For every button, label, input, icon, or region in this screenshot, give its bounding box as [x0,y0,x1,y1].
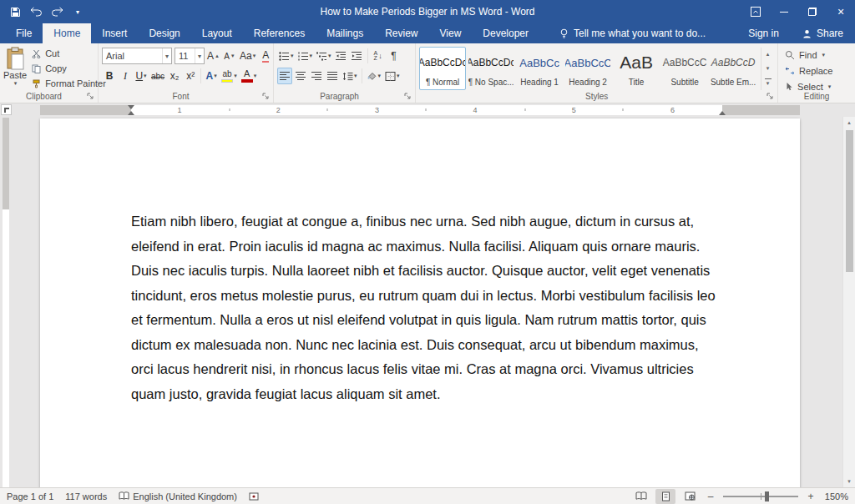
restore-icon[interactable] [798,0,827,23]
tab-references[interactable]: References [243,23,316,43]
zoom-in-button[interactable]: + [804,490,817,503]
clipboard-dialog-launcher-icon[interactable] [86,92,95,101]
customize-quick-access-icon[interactable]: ▾ [68,2,88,22]
tab-developer[interactable]: Developer [472,23,539,43]
tab-home[interactable]: Home [43,23,91,43]
scroll-up-icon[interactable]: ▴ [843,117,855,129]
minimize-icon[interactable] [770,0,798,23]
show-paragraph-marks-button[interactable]: ¶ [387,48,402,64]
format-painter-button[interactable]: Format Painter [28,76,109,91]
clipboard-commands: Cut Copy Format Painter [28,46,109,91]
close-icon[interactable]: × [827,0,855,23]
tab-file[interactable]: File [5,23,43,43]
paste-dropdown-icon[interactable]: ▾ [14,80,18,87]
paste-button[interactable]: Paste ▾ [3,46,27,87]
style-title[interactable]: AaB Title [613,47,660,90]
style-no-spacing[interactable]: AaBbCcDc ¶ No Spac... [468,47,514,90]
underline-button[interactable]: U▾ [134,68,149,84]
vertical-ruler[interactable] [1,117,11,487]
page-indicator[interactable]: Page 1 of 1 [7,491,53,501]
copy-button[interactable]: Copy [28,61,109,76]
borders-button[interactable]: ▾ [383,68,402,84]
undo-icon[interactable] [26,2,46,22]
font-size-dropdown-icon[interactable]: ▾ [195,48,204,63]
styles-more-icon[interactable]: ▾ [761,76,774,90]
text-effects-button[interactable]: A▾ [204,68,219,84]
save-icon[interactable] [5,2,25,22]
first-line-indent-marker[interactable] [128,105,134,109]
justify-button[interactable] [325,68,340,84]
find-button[interactable]: Find ▾ [782,48,836,62]
ribbon-display-options-icon[interactable] [741,0,770,23]
word-count[interactable]: 117 words [65,491,107,501]
print-layout-button[interactable] [655,489,675,504]
clear-formatting-button[interactable]: A [258,48,273,64]
zoom-slider-thumb[interactable] [765,491,769,501]
tell-me-box[interactable]: Tell me what you want to do... [553,23,712,43]
styles-dialog-launcher-icon[interactable] [766,92,775,101]
horizontal-ruler[interactable]: 1 2 3 4 5 6 [40,105,800,115]
numbering-button[interactable]: ▾ [296,48,315,64]
style-subtitle[interactable]: AaBbCcC Subtitle [661,47,708,90]
document-page[interactable]: Etiam nibh libero, feugiat at congue a, … [40,118,800,487]
tab-stop-selector[interactable] [1,104,12,115]
decrease-indent-button[interactable] [334,48,349,64]
web-layout-button[interactable] [680,489,700,504]
proofing-status[interactable]: English (United Kingdom) [119,491,237,501]
read-mode-button[interactable] [631,489,651,504]
redo-icon[interactable] [47,2,67,22]
font-size-combobox[interactable]: 11 ▾ [175,48,205,64]
style-normal[interactable]: AaBbCcDc ¶ Normal [419,47,466,90]
sort-button[interactable]: AZ↓ [371,48,386,64]
style-subtle-emphasis[interactable]: AaBbCcD Subtle Em... [710,47,756,90]
zoom-percentage[interactable]: 150% [822,491,848,501]
highlight-color-button[interactable]: ab ▾ [220,68,239,84]
style-heading-2[interactable]: AaBbCcC Heading 2 [564,47,611,90]
increase-indent-button[interactable] [350,48,365,64]
font-dialog-launcher-icon[interactable] [261,92,271,101]
style-heading-1[interactable]: AaBbCc Heading 1 [516,47,563,90]
hanging-indent-marker[interactable] [128,111,134,115]
multilevel-list-button[interactable]: ▾ [315,48,333,64]
grow-font-button[interactable]: A▲ [205,48,221,64]
superscript-button[interactable]: x² [183,68,198,84]
change-case-button[interactable]: Aa▾ [238,48,257,64]
font-name-combobox[interactable]: Arial ▾ [102,48,172,64]
macro-recording-button[interactable] [249,492,259,501]
align-left-button[interactable] [277,68,292,84]
multilevel-dropdown-icon: ▾ [328,53,331,59]
italic-button[interactable]: I [118,68,133,84]
shrink-font-button[interactable]: A▼ [222,48,237,64]
cut-button[interactable]: Cut [28,46,109,61]
macro-icon [249,492,259,501]
share-button[interactable]: Share [791,23,855,43]
align-center-button[interactable] [293,68,308,84]
styles-scroll-up-icon[interactable]: ▴ [761,48,774,62]
paragraph-dialog-launcher-icon[interactable] [403,92,412,101]
scroll-down-icon[interactable]: ▾ [843,476,855,487]
tab-view[interactable]: View [429,23,473,43]
subscript-button[interactable]: x₂ [167,68,182,84]
zoom-slider[interactable] [723,496,798,497]
tab-mailings[interactable]: Mailings [316,23,374,43]
vertical-scrollbar[interactable]: ▴ ▾ [842,117,855,487]
bold-button[interactable]: B [102,68,117,84]
line-spacing-button[interactable]: ▾ [341,68,359,84]
zoom-out-button[interactable]: – [704,490,717,503]
right-indent-marker[interactable] [719,111,726,115]
tab-review[interactable]: Review [374,23,428,43]
styles-scroll-down-icon[interactable]: ▾ [761,62,774,76]
tab-layout[interactable]: Layout [191,23,243,43]
font-color-button[interactable]: A ▾ [240,68,259,84]
font-name-dropdown-icon[interactable]: ▾ [162,48,171,63]
strikethrough-button[interactable]: abc [149,68,166,84]
replace-button[interactable]: Replace [782,63,836,78]
sign-in-button[interactable]: Sign in [736,23,791,43]
tab-insert[interactable]: Insert [91,23,138,43]
align-right-button[interactable] [309,68,324,84]
shading-button[interactable]: ▾ [365,68,383,84]
body-paragraph[interactable]: Etiam nibh libero, feugiat at congue a, … [40,118,800,406]
bullets-button[interactable]: ▾ [277,48,296,64]
tab-design[interactable]: Design [138,23,190,43]
scrollbar-thumb[interactable] [846,130,853,272]
